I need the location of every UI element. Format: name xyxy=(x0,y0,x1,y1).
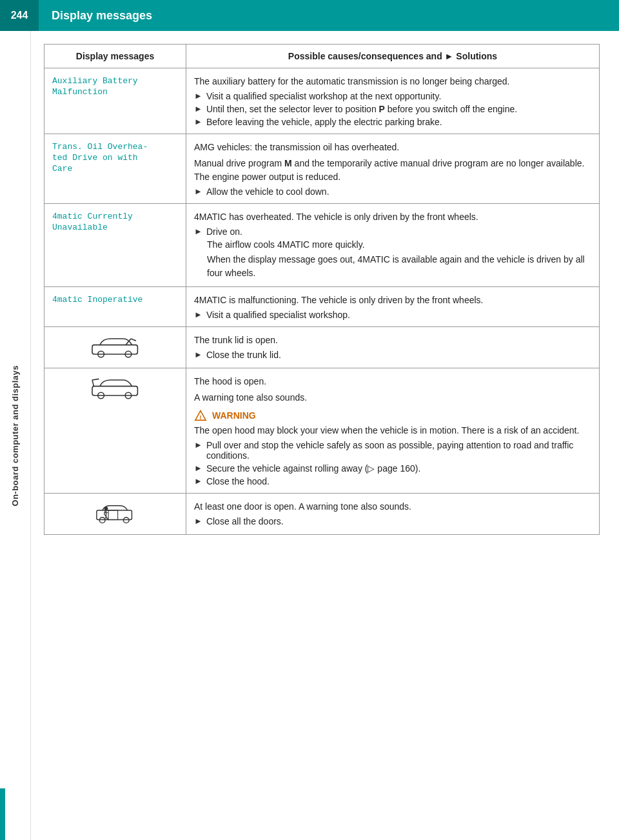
content-area: Display messages Possible causes/consequ… xyxy=(31,31,619,840)
arrow-icon: ► xyxy=(194,516,202,526)
warning-label: WARNING xyxy=(212,410,256,421)
arrow-icon: ► xyxy=(194,91,202,101)
bullet-1-aux-battery: ► Visit a qualified specialist workshop … xyxy=(194,91,591,101)
bullet-text: Close the trunk lid. xyxy=(206,350,281,360)
bullet-1-4matic-unavail: ► Drive on. xyxy=(194,226,591,237)
cause-intro-trunk: The trunk lid is open. xyxy=(194,334,591,347)
bullet-1-4matic-inop: ► Visit a qualified specialist workshop. xyxy=(194,310,591,320)
hood-open-icon xyxy=(90,375,141,401)
table-row: The trunk lid is open. ► Close the trunk… xyxy=(44,327,600,368)
svg-line-6 xyxy=(92,380,93,386)
message-text-aux-battery: Auxiliary BatteryMalfunction xyxy=(52,76,138,97)
bullet-text: Pull over and stop the vehicle safely as… xyxy=(206,440,591,461)
bullet-text: Before leaving the vehicle, apply the el… xyxy=(206,117,442,127)
bullet-text: Visit a qualified specialist workshop at… xyxy=(206,91,441,101)
bullet-text: Drive on. xyxy=(206,226,242,237)
table-row: 4matic CurrentlyUnavailable 4MATIC has o… xyxy=(44,204,600,287)
cause-intro-aux-battery: The auxiliary battery for the automatic … xyxy=(194,75,591,88)
table-row: Trans. Oil Overhea-ted Drive on withCare… xyxy=(44,134,600,204)
svg-line-7 xyxy=(92,379,99,380)
page-title: Display messages xyxy=(39,9,152,23)
warning-block-hood: ! WARNING xyxy=(194,410,591,421)
trunk-open-icon xyxy=(90,334,141,359)
arrow-icon: ► xyxy=(194,104,202,114)
svg-line-2 xyxy=(131,339,136,341)
cell-message-4matic-inop: 4matic Inoperative xyxy=(44,287,186,327)
svg-rect-13 xyxy=(108,510,118,520)
arrow-icon: ► xyxy=(194,310,202,319)
cell-causes-4matic-inop: 4MATIC is malfunctioning. The vehicle is… xyxy=(186,287,600,327)
cell-message-trans-oil: Trans. Oil Overhea-ted Drive on withCare xyxy=(44,134,186,204)
cell-causes-trans-oil: AMG vehicles: the transmission oil has o… xyxy=(186,134,600,204)
arrow-icon: ► xyxy=(194,350,202,359)
display-table: Display messages Possible causes/consequ… xyxy=(44,44,600,535)
cell-icon-hood xyxy=(44,368,186,494)
bullet-3-hood: ► Close the hood. xyxy=(194,476,591,486)
table-row: At least one door is open. A warning ton… xyxy=(44,494,600,535)
door-open-icon xyxy=(90,500,141,526)
arrow-icon: ► xyxy=(194,463,202,473)
cell-causes-door: At least one door is open. A warning ton… xyxy=(186,494,600,535)
cause-intro-trans-oil-1: AMG vehicles: the transmission oil has o… xyxy=(194,141,591,154)
cell-causes-4matic-unavail: 4MATIC has overheated. The vehicle is on… xyxy=(186,204,600,287)
bullet-text: Secure the vehicle against rolling away … xyxy=(206,463,420,474)
cell-icon-trunk xyxy=(44,327,186,368)
cell-causes-trunk: The trunk lid is open. ► Close the trunk… xyxy=(186,327,600,368)
bullet-text: Close all the doors. xyxy=(206,516,284,526)
cell-message-aux-battery: Auxiliary BatteryMalfunction xyxy=(44,68,186,134)
table-row: Auxiliary BatteryMalfunction The auxilia… xyxy=(44,68,600,134)
table-row: The hood is open. A warning tone also so… xyxy=(44,368,600,494)
warning-triangle-icon: ! xyxy=(194,410,207,421)
svg-point-14 xyxy=(104,506,108,510)
sidebar: On-board computer and displays xyxy=(0,31,31,840)
bullet-3-aux-battery: ► Before leaving the vehicle, apply the … xyxy=(194,117,591,127)
bullet-2-hood: ► Secure the vehicle against rolling awa… xyxy=(194,463,591,474)
svg-text:!: ! xyxy=(199,414,201,421)
cause-intro-trans-oil-2: Manual drive program M and the temporari… xyxy=(194,157,591,184)
sidebar-accent xyxy=(0,788,5,840)
cell-message-4matic-unavail: 4matic CurrentlyUnavailable xyxy=(44,204,186,287)
bullet-text: Until then, set the selector lever to po… xyxy=(206,104,517,114)
extra-line-1-4matic-unavail: The airflow cools 4MATIC more quickly. xyxy=(194,238,591,252)
bullet-text: Visit a qualified specialist workshop. xyxy=(206,310,350,320)
cell-icon-door xyxy=(44,494,186,535)
message-text-4matic-inop: 4matic Inoperative xyxy=(52,295,142,305)
arrow-icon: ► xyxy=(194,476,202,486)
col-header-message: Display messages xyxy=(44,45,186,68)
page-number: 244 xyxy=(0,0,39,31)
arrow-icon: ► xyxy=(194,226,202,236)
cause-intro-4matic-inop: 4MATIC is malfunctioning. The vehicle is… xyxy=(194,294,591,307)
arrow-icon: ► xyxy=(194,440,202,450)
bullet-1-trunk: ► Close the trunk lid. xyxy=(194,350,591,360)
cause-intro-hood-2: A warning tone also sounds. xyxy=(194,391,591,405)
bullet-text: Close the hood. xyxy=(206,476,270,486)
bullet-1-trans-oil: ► Allow the vehicle to cool down. xyxy=(194,186,591,197)
message-text-trans-oil: Trans. Oil Overhea-ted Drive on withCare xyxy=(52,142,148,174)
bullet-2-aux-battery: ► Until then, set the selector lever to … xyxy=(194,104,591,114)
header-bar: 244 Display messages xyxy=(0,0,619,31)
cause-intro-door: At least one door is open. A warning ton… xyxy=(194,500,591,514)
arrow-icon: ► xyxy=(194,117,202,126)
warning-text-hood: The open hood may block your view when t… xyxy=(194,424,591,437)
cause-intro-hood-1: The hood is open. xyxy=(194,375,591,388)
table-header-row: Display messages Possible causes/consequ… xyxy=(44,45,600,68)
cell-causes-aux-battery: The auxiliary battery for the automatic … xyxy=(186,68,600,134)
main-container: On-board computer and displays Display m… xyxy=(0,31,619,840)
table-row: 4matic Inoperative 4MATIC is malfunction… xyxy=(44,287,600,327)
bullet-text: Allow the vehicle to cool down. xyxy=(206,186,329,197)
arrow-icon: ► xyxy=(194,186,202,196)
bullet-1-door: ► Close all the doors. xyxy=(194,516,591,526)
sidebar-label: On-board computer and displays xyxy=(10,365,20,506)
cell-causes-hood: The hood is open. A warning tone also so… xyxy=(186,368,600,494)
message-text-4matic-unavail: 4matic CurrentlyUnavailable xyxy=(52,212,133,232)
col-header-causes: Possible causes/consequences and ► Solut… xyxy=(186,45,600,68)
cause-intro-4matic-unavail: 4MATIC has overheated. The vehicle is on… xyxy=(194,210,591,224)
bullet-1-hood: ► Pull over and stop the vehicle safely … xyxy=(194,440,591,461)
extra-line-2-4matic-unavail: When the display message goes out, 4MATI… xyxy=(194,253,591,280)
svg-rect-12 xyxy=(96,510,132,520)
